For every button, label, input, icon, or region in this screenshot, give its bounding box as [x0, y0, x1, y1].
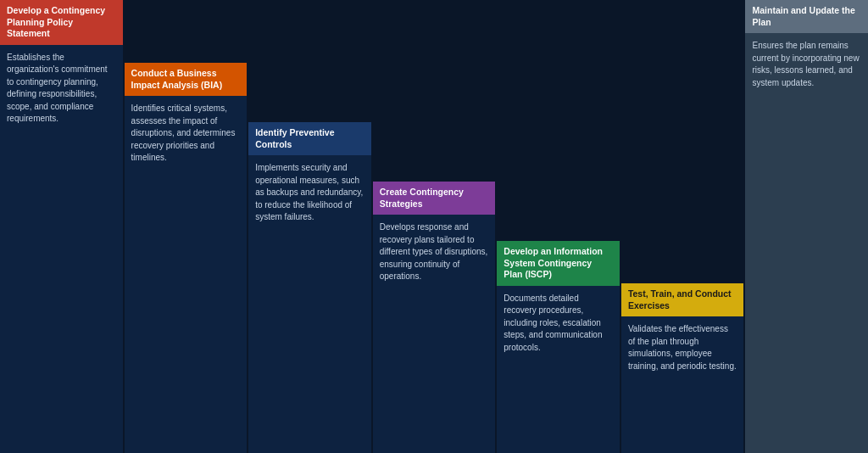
step-5-header: Develop an Information System Contingenc…	[497, 241, 620, 286]
step-6-header: Test, Train, and Conduct Exercises	[621, 283, 744, 316]
step-2-body: Identifies critical systems, assesses th…	[125, 96, 248, 453]
step-5-body: Documents detailed recovery procedures, …	[497, 286, 620, 453]
step-2-header: Conduct a Business Impact Analysis (BIA)	[125, 63, 248, 96]
step-3-header: Identify Preventive Controls	[248, 122, 371, 155]
step-4-body: Develops response and recovery plans tai…	[373, 215, 496, 453]
step-col-1: Develop a Contingency Planning Policy St…	[0, 0, 123, 453]
chart-container: Develop a Contingency Planning Policy St…	[0, 0, 868, 453]
step-col-3: Identify Preventive Controls Implements …	[248, 122, 371, 453]
step-3-body: Implements security and operational meas…	[248, 155, 371, 453]
step-1-body: Establishes the organization's commitmen…	[0, 45, 123, 453]
step-4-header: Create Contingency Strategies	[373, 182, 496, 215]
step-col-2: Conduct a Business Impact Analysis (BIA)…	[125, 63, 248, 453]
step-col-4: Create Contingency Strategies Develops r…	[373, 182, 496, 453]
step-7-body: Ensures the plan remains current by inco…	[745, 33, 868, 453]
step-col-6: Test, Train, and Conduct Exercises Valid…	[621, 283, 744, 453]
step-col-7: Maintain and Update the Plan Ensures the…	[745, 0, 868, 453]
step-col-5: Develop an Information System Contingenc…	[497, 241, 620, 453]
step-6-body: Validates the effectiveness of the plan …	[621, 316, 744, 453]
step-7-header: Maintain and Update the Plan	[745, 0, 868, 33]
step-1-header: Develop a Contingency Planning Policy St…	[0, 0, 123, 45]
